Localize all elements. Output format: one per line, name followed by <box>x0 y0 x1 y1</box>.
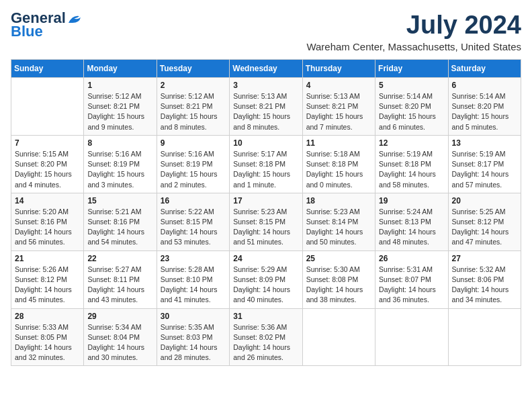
day-info: Sunrise: 5:28 AM Sunset: 8:10 PM Dayligh… <box>161 265 226 306</box>
day-info: Sunrise: 5:24 AM Sunset: 8:13 PM Dayligh… <box>379 207 444 248</box>
calendar-cell: 5Sunrise: 5:14 AM Sunset: 8:20 PM Daylig… <box>375 78 448 136</box>
day-number: 24 <box>233 254 298 263</box>
logo-blue: Blue <box>11 23 43 40</box>
header: General Blue July 2024 Wareham Center, M… <box>11 11 521 52</box>
calendar-cell <box>448 308 521 366</box>
day-info: Sunrise: 5:23 AM Sunset: 8:15 PM Dayligh… <box>233 207 298 248</box>
day-number: 15 <box>87 196 152 205</box>
col-header-sunday: Sunday <box>11 60 84 78</box>
calendar-cell: 4Sunrise: 5:13 AM Sunset: 8:21 PM Daylig… <box>302 78 375 136</box>
day-info: Sunrise: 5:35 AM Sunset: 8:03 PM Dayligh… <box>161 322 226 363</box>
calendar-cell: 30Sunrise: 5:35 AM Sunset: 8:03 PM Dayli… <box>157 308 229 366</box>
day-number: 22 <box>87 254 152 263</box>
day-info: Sunrise: 5:27 AM Sunset: 8:11 PM Dayligh… <box>87 265 152 306</box>
day-number: 20 <box>452 196 517 205</box>
calendar-cell <box>11 78 84 136</box>
col-header-friday: Friday <box>375 60 448 78</box>
col-header-tuesday: Tuesday <box>157 60 229 78</box>
calendar-cell: 8Sunrise: 5:16 AM Sunset: 8:19 PM Daylig… <box>84 135 157 193</box>
day-info: Sunrise: 5:31 AM Sunset: 8:07 PM Dayligh… <box>379 265 444 306</box>
day-info: Sunrise: 5:12 AM Sunset: 8:21 PM Dayligh… <box>87 91 152 132</box>
day-info: Sunrise: 5:13 AM Sunset: 8:21 PM Dayligh… <box>233 91 298 132</box>
day-number: 21 <box>15 254 80 263</box>
calendar-cell: 25Sunrise: 5:30 AM Sunset: 8:08 PM Dayli… <box>302 250 375 308</box>
calendar-cell: 1Sunrise: 5:12 AM Sunset: 8:21 PM Daylig… <box>84 78 157 136</box>
day-number: 25 <box>306 254 371 263</box>
calendar-table: SundayMondayTuesdayWednesdayThursdayFrid… <box>11 59 521 366</box>
day-number: 3 <box>233 81 298 90</box>
calendar-cell: 3Sunrise: 5:13 AM Sunset: 8:21 PM Daylig… <box>230 78 302 136</box>
day-info: Sunrise: 5:22 AM Sunset: 8:15 PM Dayligh… <box>161 207 226 248</box>
day-number: 29 <box>87 312 152 321</box>
day-number: 14 <box>15 196 80 205</box>
calendar-cell: 18Sunrise: 5:23 AM Sunset: 8:14 PM Dayli… <box>302 193 375 250</box>
day-info: Sunrise: 5:21 AM Sunset: 8:16 PM Dayligh… <box>87 207 152 248</box>
day-number: 2 <box>161 81 226 90</box>
day-number: 9 <box>161 138 226 148</box>
day-number: 23 <box>161 254 226 263</box>
day-number: 27 <box>452 254 517 263</box>
day-info: Sunrise: 5:14 AM Sunset: 8:20 PM Dayligh… <box>452 91 517 132</box>
col-header-saturday: Saturday <box>448 60 521 78</box>
week-row-3: 14Sunrise: 5:20 AM Sunset: 8:16 PM Dayli… <box>11 193 521 250</box>
day-info: Sunrise: 5:32 AM Sunset: 8:06 PM Dayligh… <box>452 265 517 306</box>
calendar-cell: 12Sunrise: 5:19 AM Sunset: 8:18 PM Dayli… <box>375 135 448 193</box>
day-info: Sunrise: 5:23 AM Sunset: 8:14 PM Dayligh… <box>306 207 371 248</box>
day-number: 1 <box>87 81 152 90</box>
week-row-4: 21Sunrise: 5:26 AM Sunset: 8:12 PM Dayli… <box>11 250 521 308</box>
day-info: Sunrise: 5:36 AM Sunset: 8:02 PM Dayligh… <box>233 322 298 363</box>
day-number: 28 <box>15 312 80 321</box>
calendar-cell: 24Sunrise: 5:29 AM Sunset: 8:09 PM Dayli… <box>230 250 302 308</box>
day-number: 12 <box>379 138 444 148</box>
calendar-cell: 28Sunrise: 5:33 AM Sunset: 8:05 PM Dayli… <box>11 308 84 366</box>
day-info: Sunrise: 5:33 AM Sunset: 8:05 PM Dayligh… <box>15 322 80 363</box>
day-number: 10 <box>233 138 298 148</box>
calendar-cell: 17Sunrise: 5:23 AM Sunset: 8:15 PM Dayli… <box>230 193 302 250</box>
week-row-5: 28Sunrise: 5:33 AM Sunset: 8:05 PM Dayli… <box>11 308 521 366</box>
day-number: 11 <box>306 138 371 148</box>
day-number: 26 <box>379 254 444 263</box>
calendar-cell: 13Sunrise: 5:19 AM Sunset: 8:17 PM Dayli… <box>448 135 521 193</box>
calendar-cell: 15Sunrise: 5:21 AM Sunset: 8:16 PM Dayli… <box>84 193 157 250</box>
day-info: Sunrise: 5:25 AM Sunset: 8:12 PM Dayligh… <box>452 207 517 248</box>
day-number: 6 <box>452 81 517 90</box>
col-header-monday: Monday <box>84 60 157 78</box>
title-block: July 2024 Wareham Center, Massachusetts,… <box>306 11 521 52</box>
day-info: Sunrise: 5:18 AM Sunset: 8:18 PM Dayligh… <box>306 149 371 190</box>
day-info: Sunrise: 5:34 AM Sunset: 8:04 PM Dayligh… <box>87 322 152 363</box>
col-header-thursday: Thursday <box>302 60 375 78</box>
calendar-cell: 14Sunrise: 5:20 AM Sunset: 8:16 PM Dayli… <box>11 193 84 250</box>
calendar-cell: 20Sunrise: 5:25 AM Sunset: 8:12 PM Dayli… <box>448 193 521 250</box>
calendar-cell <box>302 308 375 366</box>
day-number: 7 <box>15 138 80 148</box>
week-row-1: 1Sunrise: 5:12 AM Sunset: 8:21 PM Daylig… <box>11 78 521 136</box>
calendar-cell: 16Sunrise: 5:22 AM Sunset: 8:15 PM Dayli… <box>157 193 229 250</box>
calendar-cell: 22Sunrise: 5:27 AM Sunset: 8:11 PM Dayli… <box>84 250 157 308</box>
calendar-cell: 26Sunrise: 5:31 AM Sunset: 8:07 PM Dayli… <box>375 250 448 308</box>
calendar-cell: 31Sunrise: 5:36 AM Sunset: 8:02 PM Dayli… <box>230 308 302 366</box>
day-number: 8 <box>87 138 152 148</box>
day-number: 5 <box>379 81 444 90</box>
logo: General Blue <box>11 11 82 40</box>
day-number: 31 <box>233 312 298 321</box>
calendar-cell: 21Sunrise: 5:26 AM Sunset: 8:12 PM Dayli… <box>11 250 84 308</box>
day-info: Sunrise: 5:13 AM Sunset: 8:21 PM Dayligh… <box>306 91 371 132</box>
calendar-cell: 23Sunrise: 5:28 AM Sunset: 8:10 PM Dayli… <box>157 250 229 308</box>
calendar-cell: 10Sunrise: 5:17 AM Sunset: 8:18 PM Dayli… <box>230 135 302 193</box>
day-number: 18 <box>306 196 371 205</box>
day-number: 16 <box>161 196 226 205</box>
day-number: 30 <box>161 312 226 321</box>
calendar-cell: 2Sunrise: 5:12 AM Sunset: 8:21 PM Daylig… <box>157 78 229 136</box>
day-info: Sunrise: 5:16 AM Sunset: 8:19 PM Dayligh… <box>161 149 226 190</box>
calendar-cell <box>375 308 448 366</box>
location-title: Wareham Center, Massachusetts, United St… <box>306 41 521 52</box>
week-row-2: 7Sunrise: 5:15 AM Sunset: 8:20 PM Daylig… <box>11 135 521 193</box>
calendar-cell: 27Sunrise: 5:32 AM Sunset: 8:06 PM Dayli… <box>448 250 521 308</box>
day-info: Sunrise: 5:30 AM Sunset: 8:08 PM Dayligh… <box>306 265 371 306</box>
day-number: 19 <box>379 196 444 205</box>
calendar-cell: 7Sunrise: 5:15 AM Sunset: 8:20 PM Daylig… <box>11 135 84 193</box>
day-info: Sunrise: 5:26 AM Sunset: 8:12 PM Dayligh… <box>15 265 80 306</box>
day-info: Sunrise: 5:12 AM Sunset: 8:21 PM Dayligh… <box>161 91 226 132</box>
day-info: Sunrise: 5:19 AM Sunset: 8:17 PM Dayligh… <box>452 149 517 190</box>
calendar-cell: 29Sunrise: 5:34 AM Sunset: 8:04 PM Dayli… <box>84 308 157 366</box>
